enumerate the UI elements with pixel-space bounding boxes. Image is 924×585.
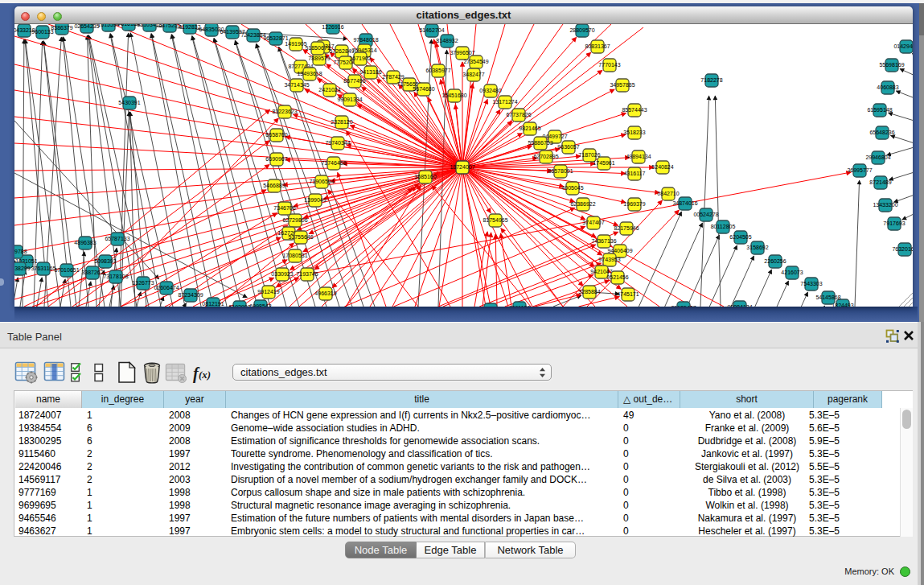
svg-text:80112805: 80112805: [711, 224, 736, 229]
svg-text:9912419: 9912419: [257, 289, 279, 295]
svg-text:85574443: 85574443: [622, 107, 647, 113]
svg-text:1615594: 1615594: [97, 24, 119, 27]
svg-text:82175946: 82175946: [614, 225, 639, 231]
svg-text:72423884: 72423884: [240, 32, 265, 38]
svg-text:67010651: 67010651: [54, 267, 79, 273]
svg-text:34957885: 34957885: [610, 82, 634, 88]
svg-text:5098393: 5098393: [94, 258, 116, 264]
svg-text:8148932: 8148932: [436, 38, 458, 43]
svg-text:1671902: 1671902: [349, 56, 371, 61]
svg-text:2260256: 2260256: [764, 258, 786, 264]
svg-text:62386922: 62386922: [570, 201, 595, 207]
svg-text:5240824: 5240824: [651, 164, 673, 170]
svg-text:76320163: 76320163: [892, 246, 913, 252]
svg-text:9743953: 9743953: [598, 257, 620, 262]
svg-text:8721489: 8721489: [869, 179, 891, 185]
svg-text:2328120: 2328120: [331, 119, 352, 125]
svg-text:13493618: 13493618: [297, 71, 322, 76]
svg-text:9821465: 9821465: [519, 126, 540, 131]
svg-text:15451680: 15451680: [441, 93, 466, 98]
svg-text:54145868: 54145868: [815, 295, 840, 300]
svg-text:2787429: 2787429: [382, 74, 404, 80]
svg-text:1745961: 1745961: [593, 160, 614, 166]
svg-text:00524278: 00524278: [693, 212, 718, 217]
svg-text:51850671: 51850671: [305, 45, 330, 51]
svg-text:86578091: 86578091: [548, 168, 573, 174]
svg-text:7917693: 7917693: [883, 220, 905, 226]
svg-text:1969379: 1969379: [623, 201, 645, 207]
svg-text:1824493: 1824493: [832, 303, 853, 307]
svg-text:3387262: 3387262: [81, 270, 103, 275]
svg-text:0842710: 0842710: [657, 191, 679, 196]
svg-text:27354549: 27354549: [463, 59, 488, 64]
svg-text:96532871: 96532871: [263, 35, 288, 41]
svg-text:3482477: 3482477: [462, 72, 484, 77]
svg-text:3685160: 3685160: [414, 174, 436, 179]
svg-text:4060883: 4060883: [877, 84, 898, 90]
svg-text:0932480: 0932480: [479, 88, 501, 93]
svg-text:37631165: 37631165: [31, 266, 56, 271]
svg-text:6998543: 6998543: [249, 303, 271, 307]
svg-text:4192832: 4192832: [179, 24, 200, 30]
svg-text:34714345: 34714345: [284, 82, 309, 88]
svg-text:71906594: 71906594: [309, 179, 334, 184]
svg-text:4005045: 4005045: [561, 185, 583, 191]
svg-text:4745171: 4745171: [617, 291, 639, 297]
svg-text:6193990: 6193990: [228, 304, 250, 307]
svg-text:9421047: 9421047: [590, 269, 612, 274]
svg-text:7193745: 7193745: [296, 271, 318, 277]
svg-text:55698169: 55698169: [879, 62, 904, 68]
svg-text:79740344: 79740344: [325, 140, 350, 146]
svg-text:4216073: 4216073: [781, 270, 803, 275]
svg-text:18724007: 18724007: [450, 164, 474, 170]
svg-text:51462704: 51462704: [419, 27, 444, 33]
svg-text:4738299: 4738299: [14, 266, 31, 271]
svg-text:4966319: 4966319: [314, 290, 336, 296]
svg-text:3285884: 3285884: [578, 289, 600, 295]
svg-text:3747407: 3747407: [582, 220, 604, 225]
svg-text:1326773: 1326773: [132, 280, 154, 286]
svg-text:13433200: 13433200: [873, 202, 897, 208]
svg-text:01429401: 01429401: [893, 43, 913, 49]
svg-text:7543303: 7543303: [800, 281, 822, 286]
svg-text:37996507: 37996507: [450, 50, 474, 56]
svg-text:28809570: 28809570: [569, 27, 594, 33]
svg-text:81754965: 81754965: [483, 217, 507, 223]
svg-text:36995777: 36995777: [847, 167, 872, 173]
svg-text:94406409: 94406409: [607, 248, 632, 253]
svg-text:60385977: 60385977: [425, 68, 450, 73]
svg-text:62702895: 62702895: [533, 154, 558, 159]
svg-text:65787133: 65787133: [105, 236, 129, 241]
svg-text:67737826: 67737826: [506, 112, 531, 117]
svg-text:7991183: 7991183: [509, 305, 531, 307]
svg-text:7182278: 7182278: [700, 77, 722, 83]
svg-text:8677496: 8677496: [343, 78, 365, 84]
svg-text:25135427: 25135427: [671, 305, 696, 307]
svg-text:99091334: 99091334: [337, 97, 362, 102]
svg-text:9636057: 9636057: [557, 144, 579, 150]
svg-text:5674680: 5674680: [413, 86, 434, 92]
svg-text:9521456: 9521456: [606, 274, 628, 280]
svg-text:55886753: 55886753: [528, 140, 552, 146]
svg-text:34874016: 34874016: [672, 200, 697, 206]
svg-text:97848018: 97848018: [353, 37, 378, 43]
svg-text:13171274: 13171274: [492, 99, 517, 105]
svg-text:0330923: 0330923: [271, 271, 293, 277]
svg-text:53755646: 53755646: [288, 234, 313, 240]
svg-text:81223623: 81223623: [272, 109, 297, 114]
svg-text:57262849: 57262849: [329, 48, 354, 54]
svg-text:2421024: 2421024: [318, 87, 340, 93]
svg-text:74367136: 74367136: [591, 238, 616, 244]
svg-text:7346706: 7346706: [273, 205, 295, 211]
svg-text:7187026: 7187026: [578, 152, 600, 158]
svg-text:02606474: 02606474: [154, 285, 179, 290]
svg-text:02654235: 02654235: [74, 24, 99, 29]
svg-text:6204505: 6204505: [729, 234, 751, 240]
svg-text:6658760: 6658760: [265, 132, 287, 138]
svg-text:71746488: 71746488: [321, 160, 346, 166]
svg-text:0812191: 0812191: [202, 301, 224, 307]
svg-text:7889579: 7889579: [308, 56, 330, 61]
svg-text:6475255: 6475255: [158, 24, 180, 28]
svg-text:6690967: 6690967: [265, 156, 287, 162]
svg-text:5430391: 5430391: [118, 100, 140, 105]
